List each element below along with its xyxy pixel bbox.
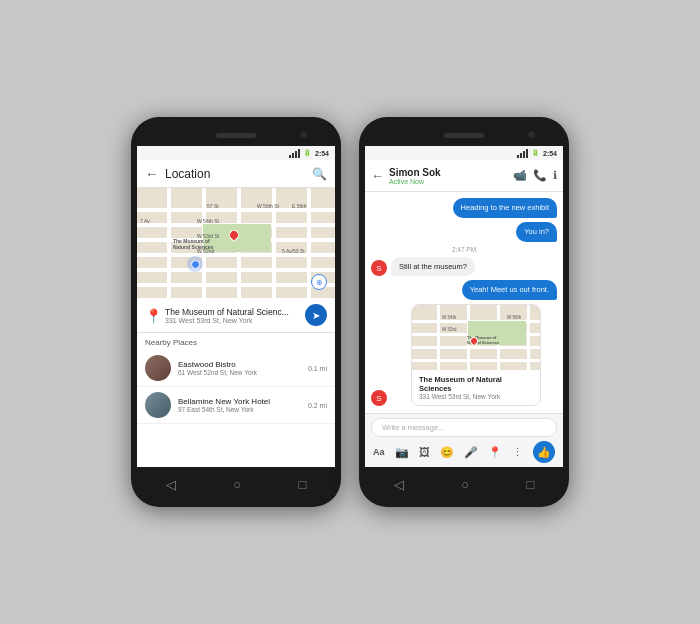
location-info: The Museum of Natural Scienc... 331 West… [165,307,305,324]
nearby-thumb-0 [145,355,171,381]
map-compass[interactable] [311,274,327,290]
phone-call-icon[interactable]: 📞 [533,169,547,182]
search-icon-1[interactable]: 🔍 [312,167,327,181]
phone-2: 🔋 2:54 ← Simon Sok Active Now 📹 📞 ℹ Head… [359,117,569,507]
avatar-in-2: S [371,390,387,406]
user-location-dot [187,256,203,272]
location-button[interactable]: 📍 [488,446,502,459]
nearby-item-0[interactable]: Eastwood Bistro 61 West 52nd St, New Yor… [137,350,335,387]
phone-2-top [365,127,563,143]
messenger-header: ← Simon Sok Active Now 📹 📞 ℹ [365,160,563,192]
bubble-out-1: Heading to the new exhibit [453,198,557,218]
nearby-addr-0: 61 West 52nd St, New York [178,369,301,376]
message-input[interactable]: Write a message... [371,418,557,437]
phone-1-screen: 🔋 2:54 ← Location 🔍 [137,146,335,467]
aa-button[interactable]: Aa [373,447,385,457]
contact-info: Simon Sok Active Now [389,167,508,185]
nearby-header: Nearby Places [137,333,335,350]
location-card-row: S [371,304,557,406]
speaker-2 [444,133,484,138]
like-button[interactable]: 👍 [533,441,555,463]
card-address: 331 West 53rd St, New York [419,393,533,400]
bubble-out-2: You in? [516,222,557,242]
mic-button[interactable]: 🎤 [464,446,478,459]
location-name: The Museum of Natural Scienc... [165,307,305,317]
video-call-icon[interactable]: 📹 [513,169,527,182]
card-map: W 54th W 53rd W 56th The Museum ofNatura… [412,305,540,370]
nav-recent-2[interactable]: □ [526,477,534,492]
back-button-2[interactable]: ← [371,168,384,183]
phone-1-top [137,127,335,143]
nearby-details-1: Bellamine New York Hotel 97 East 54th St… [178,397,301,413]
nav-home-2[interactable]: ○ [461,477,469,492]
bubble-in-1: Still at the museum? [391,257,475,277]
nearby-name-0: Eastwood Bistro [178,360,301,369]
nearby-dist-1: 0.2 mi [308,402,327,409]
image-button[interactable]: 🖼 [419,446,430,458]
camera-button[interactable]: 📷 [395,446,409,459]
mini-pin [470,337,478,345]
back-button-1[interactable]: ← [145,166,159,182]
map-view-1[interactable]: 57 St W 54th St W 53rd St W 52nd W 56th … [137,188,335,298]
nearby-dist-0: 0.1 mi [308,365,327,372]
nav-back-1[interactable]: ◁ [166,477,176,492]
map-label-54: W 54th St [197,218,219,224]
nearby-item-1[interactable]: Bellamine New York Hotel 97 East 54th St… [137,387,335,424]
mini-label-53: W 53rd [442,327,457,332]
avatar-in-1: S [371,260,387,276]
send-location-button[interactable]: ➤ [305,304,327,326]
status-bar-2: 🔋 2:54 [365,146,563,160]
location-result[interactable]: 📍 The Museum of Natural Scienc... 331 We… [137,298,335,333]
map-label-7av: 7 Av [140,218,150,224]
status-bar-1: 🔋 2:54 [137,146,335,160]
message-input-area: Write a message... Aa 📷 🖼 😊 🎤 📍 ⋮ 👍 [365,413,563,467]
map-label-56: W 56th St [257,203,279,209]
nearby-name-1: Bellamine New York Hotel [178,397,301,406]
speaker-1 [216,133,256,138]
phone-1: 🔋 2:54 ← Location 🔍 [131,117,341,507]
camera-2 [528,131,535,138]
mini-label-56: W 56th [507,315,521,320]
phone-2-screen: 🔋 2:54 ← Simon Sok Active Now 📹 📞 ℹ Head… [365,146,563,467]
map-pin-main [229,230,239,240]
phone-2-nav: ◁ ○ □ [365,471,563,497]
msg-row-in-1: S Still at the museum? [371,257,557,277]
card-name: The Museum of Natural Sciences [419,375,533,393]
nearby-addr-1: 97 East 54th St, New York [178,406,301,413]
contact-name: Simon Sok [389,167,508,178]
card-info: The Museum of Natural Sciences 331 West … [412,370,540,405]
emoji-button[interactable]: 😊 [440,446,454,459]
map-label-e56: E 56th [292,203,306,209]
nav-home-1[interactable]: ○ [233,477,241,492]
signal-icon-2 [517,149,528,158]
page-title-1: Location [165,167,312,181]
msg-timestamp: 2:47 PM [371,246,557,253]
messages-area: Heading to the new exhibit You in? 2:47 … [365,192,563,413]
battery-icon: 🔋 [303,149,312,157]
signal-icon [289,149,300,158]
nearby-details-0: Eastwood Bistro 61 West 52nd St, New Yor… [178,360,301,376]
location-app-header: ← Location 🔍 [137,160,335,188]
contact-status: Active Now [389,178,508,185]
location-card[interactable]: W 54th W 53rd W 56th The Museum ofNatura… [411,304,541,406]
location-address: 331 West 53rd St, New York [165,317,305,324]
mini-label-54: W 54th [442,315,456,320]
message-toolbar: Aa 📷 🖼 😊 🎤 📍 ⋮ 👍 [371,441,557,463]
phone-1-nav: ◁ ○ □ [137,471,335,497]
map-museum-label: The Museum ofNatural Sciences [173,238,213,250]
info-icon[interactable]: ℹ [553,169,557,182]
nav-back-2[interactable]: ◁ [394,477,404,492]
bubble-out-3: Yeah! Meet us out front. [462,280,557,300]
map-label-51: 5 Av/53 St [282,248,305,254]
status-time-2: 2:54 [543,150,557,157]
map-label-57: 57 St [207,203,219,209]
nav-recent-1[interactable]: □ [298,477,306,492]
more-button[interactable]: ⋮ [512,446,523,459]
status-time-1: 2:54 [315,150,329,157]
battery-icon-2: 🔋 [531,149,540,157]
camera-1 [300,131,307,138]
header-actions: 📹 📞 ℹ [513,169,557,182]
nearby-thumb-1 [145,392,171,418]
result-pin-icon: 📍 [145,308,159,322]
